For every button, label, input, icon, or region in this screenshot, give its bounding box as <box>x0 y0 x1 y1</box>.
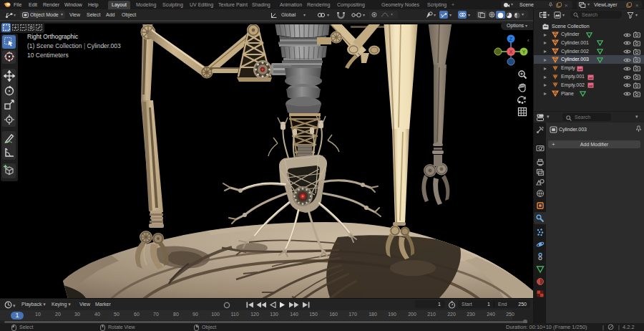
svg-text:Z: Z <box>509 37 513 42</box>
svg-text:Y: Y <box>522 49 526 54</box>
svg-text:X: X <box>509 49 513 54</box>
